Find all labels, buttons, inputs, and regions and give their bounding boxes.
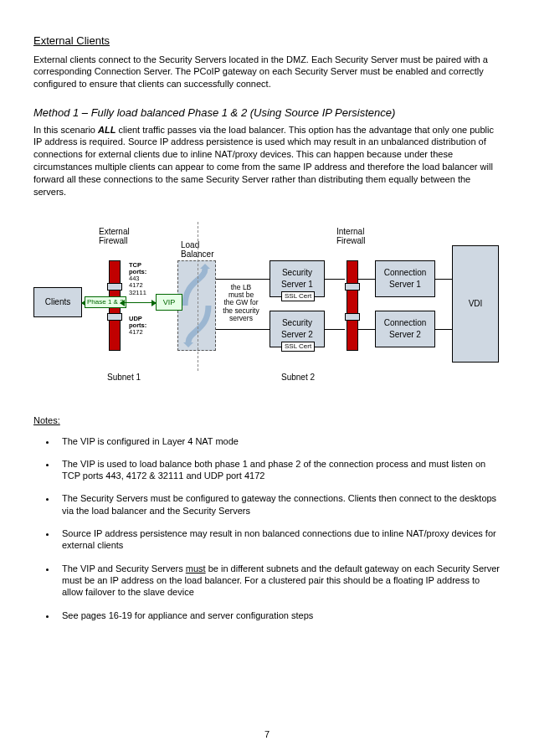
connector	[435, 329, 452, 330]
connector	[358, 329, 375, 330]
load-balancer-arrows-icon	[180, 264, 213, 347]
list-item: The VIP and Security Servers must be in …	[57, 563, 501, 599]
connection-server-1-box: Connection Server 1	[375, 260, 435, 297]
ssl-cert-badge-2: SSL Cert	[281, 342, 315, 352]
method-paragraph: In this scenario ALL client traffic pass…	[33, 124, 501, 198]
list-item: Source IP address persistence may result…	[57, 527, 501, 552]
connector	[358, 279, 375, 280]
notes-heading: Notes:	[33, 414, 501, 427]
method-title: Method 1 – Fully load balanced Phase 1 &…	[33, 105, 501, 121]
connection-server-2-box: Connection Server 2	[375, 311, 435, 347]
section-title: External Clients	[33, 33, 501, 49]
connector	[216, 279, 270, 280]
svg-marker-0	[200, 264, 210, 269]
section-paragraph: External clients connect to the Security…	[33, 54, 501, 91]
connector	[216, 329, 270, 330]
subnet-divider	[198, 222, 198, 371]
connector	[435, 279, 452, 280]
udp-ports-label: UDPports:4172	[129, 316, 146, 337]
list-item: See pages 16-19 for appliance and server…	[57, 609, 501, 621]
lb-gateway-note: the LB must be the GW for the security s…	[219, 284, 263, 323]
list-item: The Security Servers must be configured …	[57, 492, 501, 517]
tcp-ports-label: TCPports:443417232111	[129, 262, 146, 296]
ssl-cert-badge-1: SSL Cert	[281, 291, 315, 302]
vdi-box: VDI	[452, 245, 499, 363]
list-item: The VIP is used to load balance both pha…	[57, 458, 501, 482]
subnet2-label: Subnet 2	[281, 373, 315, 383]
page-number: 7	[0, 728, 534, 741]
svg-marker-1	[183, 342, 193, 347]
subnet1-label: Subnet 1	[107, 373, 141, 383]
list-item: The VIP is configured in Layer 4 NAT mod…	[57, 435, 501, 447]
external-firewall-label: External Firewall	[99, 227, 130, 246]
internal-firewall-label: Internal Firewall	[336, 227, 365, 246]
connector	[325, 279, 345, 280]
clients-box: Clients	[33, 287, 82, 317]
arrow-firewall-vip	[121, 302, 156, 303]
vip-box: VIP	[156, 294, 182, 311]
connector	[325, 329, 345, 330]
notes-list: The VIP is configured in Layer 4 NAT mod…	[57, 435, 501, 621]
internal-firewall-bar	[347, 260, 358, 351]
architecture-diagram: Clients External Firewall Phase 1 & 2 TC…	[33, 212, 501, 396]
